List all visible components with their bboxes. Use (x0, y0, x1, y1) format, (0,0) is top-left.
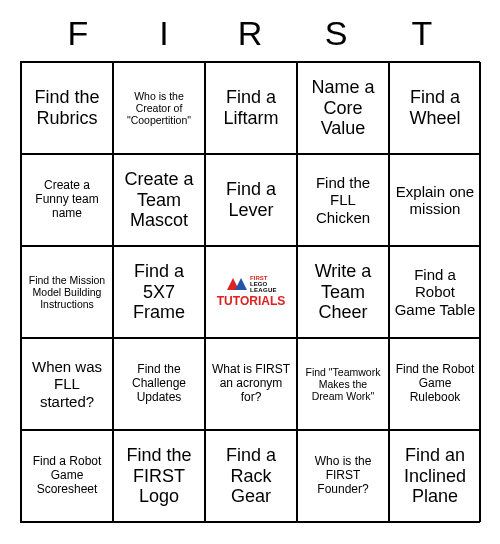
tutorials-label: TUTORIALS (217, 295, 285, 309)
bingo-cell[interactable]: Who is the Creator of "Coopertition" (113, 62, 205, 154)
bingo-cell[interactable]: Explain one mission (389, 154, 481, 246)
bingo-cell[interactable]: Find a 5X7 Frame (113, 246, 205, 338)
cell-text: Find a Liftarm (210, 87, 292, 128)
bingo-cell[interactable]: Find the Rubrics (21, 62, 113, 154)
cell-text: Find a Wheel (394, 87, 476, 128)
cell-text: Find a Robot Game Table (394, 266, 476, 318)
cell-text: Find the Mission Model Building Instruct… (26, 274, 108, 310)
header-letter: R (220, 14, 280, 53)
header-letter: T (392, 14, 452, 53)
bingo-cell[interactable]: Name a Core Value (297, 62, 389, 154)
bingo-cell[interactable]: Find a Wheel (389, 62, 481, 154)
bingo-grid: Find the Rubrics Who is the Creator of "… (20, 61, 480, 523)
bingo-cell[interactable]: Find the Robot Game Rulebook (389, 338, 481, 430)
bingo-cell[interactable]: Find a Robot Game Scoresheet (21, 430, 113, 522)
cell-text: What is FIRST an acronym for? (210, 363, 292, 404)
cell-text: Find the Challenge Updates (118, 363, 200, 404)
bingo-cell[interactable]: What is FIRST an acronym for? (205, 338, 297, 430)
header-letter: I (134, 14, 194, 53)
bingo-cell[interactable]: Find a Lever (205, 154, 297, 246)
cell-text: Find the Rubrics (26, 87, 108, 128)
cell-text: Find a Lever (210, 179, 292, 220)
cell-text: Find a 5X7 Frame (118, 261, 200, 323)
bingo-cell[interactable]: Find the FLL Chicken (297, 154, 389, 246)
bingo-cell[interactable]: Create a Team Mascot (113, 154, 205, 246)
bingo-cell[interactable]: Find the Mission Model Building Instruct… (21, 246, 113, 338)
bingo-cell[interactable]: Find a Rack Gear (205, 430, 297, 522)
bingo-center-cell[interactable]: FIRST LEGO LEAGUE TUTORIALS (205, 246, 297, 338)
header-letter: F (48, 14, 108, 53)
cell-text: Find a Robot Game Scoresheet (26, 455, 108, 496)
cell-text: Find an Inclined Plane (394, 445, 476, 507)
cell-text: Find the Robot Game Rulebook (394, 363, 476, 404)
cell-text: Create a Funny team name (26, 179, 108, 220)
bingo-cell[interactable]: Find a Liftarm (205, 62, 297, 154)
cell-text: Who is the FIRST Founder? (302, 455, 384, 496)
cell-text: Write a Team Cheer (302, 261, 384, 323)
bingo-cell[interactable]: Find the FIRST Logo (113, 430, 205, 522)
bingo-cell[interactable]: Find the Challenge Updates (113, 338, 205, 430)
bingo-cell[interactable]: When was FLL started? (21, 338, 113, 430)
bingo-cell[interactable]: Find a Robot Game Table (389, 246, 481, 338)
bingo-cell[interactable]: Find "Teamwork Makes the Dream Work" (297, 338, 389, 430)
fll-logo-icon (225, 276, 249, 292)
cell-text: Find the FLL Chicken (302, 174, 384, 226)
cell-text: Create a Team Mascot (118, 169, 200, 231)
bingo-cell[interactable]: Write a Team Cheer (297, 246, 389, 338)
cell-text: When was FLL started? (26, 358, 108, 410)
bingo-header: F I R S T (20, 14, 480, 53)
cell-text: Find a Rack Gear (210, 445, 292, 507)
cell-text: Find the FIRST Logo (118, 445, 200, 507)
bingo-cell[interactable]: Who is the FIRST Founder? (297, 430, 389, 522)
fll-logo-text: FIRST LEGO LEAGUE (250, 275, 277, 293)
cell-text: Name a Core Value (302, 77, 384, 139)
bingo-cell[interactable]: Create a Funny team name (21, 154, 113, 246)
bingo-cell[interactable]: Find an Inclined Plane (389, 430, 481, 522)
header-letter: S (306, 14, 366, 53)
fll-logo: FIRST LEGO LEAGUE (225, 275, 277, 293)
cell-text: Who is the Creator of "Coopertition" (118, 90, 200, 126)
cell-text: Find "Teamwork Makes the Dream Work" (302, 366, 384, 402)
cell-text: Explain one mission (394, 183, 476, 218)
